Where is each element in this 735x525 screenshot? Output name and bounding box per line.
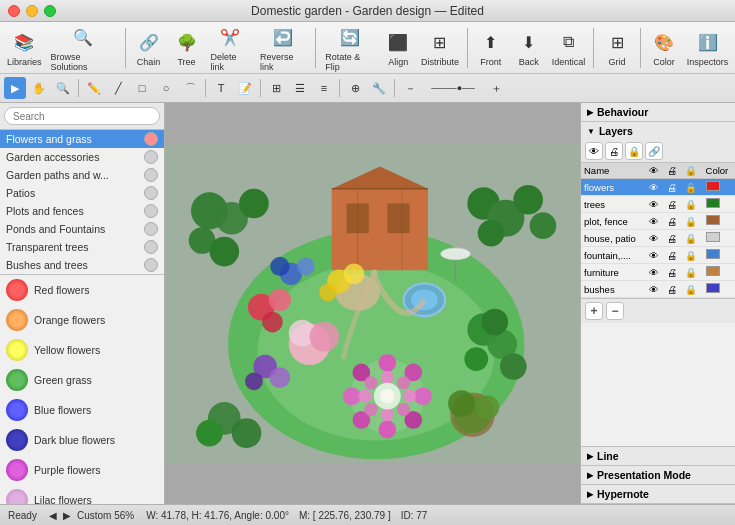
select-tool-button[interactable]: ▶ [4,77,26,99]
layer-color[interactable] [703,196,735,213]
grid-button[interactable]: ⊞ Grid [599,26,635,69]
layer-lock[interactable]: 🔒 [682,264,702,281]
layer-row-bushes[interactable]: bushes 👁 🖨 🔒 [581,281,735,298]
list-item[interactable]: Orange flowers [0,305,164,335]
layer-print[interactable]: 🖨 [664,213,682,230]
layer-eye[interactable]: 👁 [646,230,664,247]
layer-color[interactable] [703,247,735,264]
layer-lock[interactable]: 🔒 [682,281,702,298]
back-button[interactable]: ⬇ Back [511,26,547,69]
text-tool-button[interactable]: T [210,77,232,99]
next-page-button[interactable]: ▶ [61,510,73,521]
distribute-button[interactable]: ⊞ Distribute [418,26,462,69]
line-tool-button[interactable]: ╱ [107,77,129,99]
tree-button[interactable]: 🌳 Tree [169,26,205,69]
layer-row-trees[interactable]: trees 👁 🖨 🔒 [581,196,735,213]
behaviour-header[interactable]: ▶ Behaviour [581,103,735,121]
layers-print-button[interactable]: 🖨 [605,142,623,160]
hypernote-header[interactable]: ▶ Hypernote [581,485,735,503]
grid-view-button[interactable]: ⊞ [265,77,287,99]
pencil-tool-button[interactable]: ✏️ [83,77,105,99]
layer-row-house-patio[interactable]: house, patio 👁 🖨 🔒 [581,230,735,247]
layer-print[interactable]: 🖨 [664,264,682,281]
search-input[interactable] [4,107,160,125]
snap-button[interactable]: ⊕ [344,77,366,99]
layer-print[interactable]: 🖨 [664,196,682,213]
list-item[interactable]: Purple flowers [0,455,164,485]
layer-lock[interactable]: 🔒 [682,213,702,230]
layer-row-plot-fence[interactable]: plot, fence 👁 🖨 🔒 [581,213,735,230]
align-button[interactable]: ⬛ Align [380,26,416,69]
list-item[interactable]: Dark blue flowers [0,425,164,455]
layer-lock[interactable]: 🔒 [682,196,702,213]
list-item[interactable]: Green grass [0,365,164,395]
list-item[interactable]: Lilac flowers [0,485,164,504]
layer-eye[interactable]: 👁 [646,179,664,196]
layer-color[interactable] [703,230,735,247]
category-garden-accessories[interactable]: Garden accessories [0,148,164,166]
zoom-slider-button[interactable]: ────●── [423,77,483,99]
category-transparent-trees[interactable]: Transparent trees [0,238,164,256]
note-tool-button[interactable]: 📝 [234,77,256,99]
layer-color[interactable] [703,179,735,196]
category-patios[interactable]: Patios [0,184,164,202]
curve-tool-button[interactable]: ⌒ [179,77,201,99]
layer-row-furniture[interactable]: furniture 👁 🖨 🔒 [581,264,735,281]
zoom-plus-button[interactable]: ＋ [485,77,507,99]
layer-row-fountain[interactable]: fountain,.... 👁 🖨 🔒 [581,247,735,264]
layer-color[interactable] [703,213,735,230]
front-button[interactable]: ⬆ Front [473,26,509,69]
layers-lock-button[interactable]: 🔒 [625,142,643,160]
rect-tool-button[interactable]: □ [131,77,153,99]
layer-color[interactable] [703,281,735,298]
category-plots-fences[interactable]: Plots and fences [0,202,164,220]
list-item[interactable]: Yellow flowers [0,335,164,365]
layers-eye-button[interactable]: 👁 [585,142,603,160]
presentation-header[interactable]: ▶ Presentation Mode [581,466,735,484]
category-flowers-grass[interactable]: Flowers and grass [0,130,164,148]
layer-row-flowers[interactable]: flowers 👁 🖨 🔒 [581,179,735,196]
layer-eye[interactable]: 👁 [646,196,664,213]
color-button[interactable]: 🎨 Color [646,26,682,69]
rotate-flip-button[interactable]: 🔄 Rotate & Flip [321,21,378,74]
layer-lock[interactable]: 🔒 [682,230,702,247]
add-layer-button[interactable]: + [585,302,603,320]
list-view-button[interactable]: ☰ [289,77,311,99]
category-garden-paths[interactable]: Garden paths and w... [0,166,164,184]
delete-link-button[interactable]: ✂️ Delete link [207,21,254,74]
reverse-link-button[interactable]: ↩️ Reverse link [256,21,310,74]
zoom-minus-button[interactable]: － [399,77,421,99]
line-header[interactable]: ▶ Line [581,447,735,465]
layer-eye[interactable]: 👁 [646,247,664,264]
layer-print[interactable]: 🖨 [664,247,682,264]
minimize-button[interactable] [26,5,38,17]
browse-solutions-button[interactable]: 🔍 Browse Solutions [46,21,119,74]
prev-page-button[interactable]: ◀ [47,510,59,521]
zoom-in-button[interactable]: 🔍 [52,77,74,99]
layer-print[interactable]: 🖨 [664,281,682,298]
layer-eye[interactable]: 👁 [646,281,664,298]
category-bushes-trees[interactable]: Bushes and trees [0,256,164,274]
category-ponds-fountains[interactable]: Ponds and Fountains [0,220,164,238]
list-item[interactable]: Blue flowers [0,395,164,425]
remove-layer-button[interactable]: − [606,302,624,320]
layer-print[interactable]: 🖨 [664,179,682,196]
list-item[interactable]: Red flowers [0,275,164,305]
hand-tool-button[interactable]: ✋ [28,77,50,99]
close-button[interactable] [8,5,20,17]
magnet-button[interactable]: 🔧 [368,77,390,99]
layer-lock[interactable]: 🔒 [682,247,702,264]
ellipse-tool-button[interactable]: ○ [155,77,177,99]
layer-color[interactable] [703,264,735,281]
chain-button[interactable]: 🔗 Chain [131,26,167,69]
libraries-button[interactable]: 📚 Libraries [4,26,44,69]
inspectors-button[interactable]: ℹ️ Inspectors [684,26,731,69]
layer-eye[interactable]: 👁 [646,264,664,281]
maximize-button[interactable] [44,5,56,17]
layers-link-button[interactable]: 🔗 [645,142,663,160]
layers-header[interactable]: ▼ Layers [581,122,735,140]
layer-print[interactable]: 🖨 [664,230,682,247]
layer-lock[interactable]: 🔒 [682,179,702,196]
properties-button[interactable]: ≡ [313,77,335,99]
canvas-area[interactable] [165,103,580,504]
